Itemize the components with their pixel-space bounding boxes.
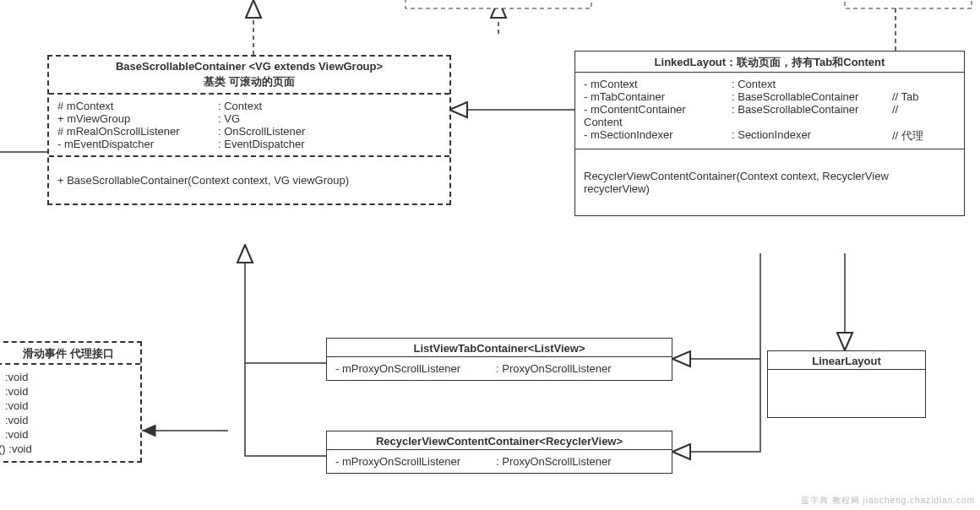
class-title: BaseScrollableContainer <VG extends View… [49,57,449,74]
class-recyclerview-content-container: RecyclerViewContentContainer<RecyclerVie… [326,431,672,474]
methods: RecyclerViewContentContainer(Context con… [575,149,964,215]
class-title: 滑动事件 代理接口 [0,343,140,363]
class-linked-layout: LinkedLayout：联动页面，持有Tab和Content - mConte… [574,51,965,216]
class-title: RecyclerViewContentContainer<RecyclerVie… [327,431,672,449]
class-title: LinearLayout [768,351,925,369]
diagram-canvas: BaseScrollableContainer <VG extends View… [0,0,980,510]
svg-rect-5 [406,0,591,8]
class-linear-layout: LinearLayout [767,350,926,418]
interface-proxy-scroll: 滑动事件 代理接口 :void :void :void :void :void … [0,341,142,463]
fields: # mContext: Context + mViewGroup: VG # m… [49,95,449,155]
svg-rect-6 [845,0,972,8]
fields: - mProxyOnScrollListener: ProxyOnScrollL… [327,450,672,473]
class-subtitle: 基类 可滚动的页面 [49,74,449,93]
fields: - mProxyOnScrollListener: ProxyOnScrollL… [327,357,672,380]
methods: + BaseScrollableContainer(Context contex… [49,157,449,203]
class-title: LinkedLayout：联动页面，持有Tab和Content [575,52,964,72]
class-title: ListViewTabContainer<ListView> [327,339,672,356]
watermark: 蓝字典 教程网 jiaocheng.chazidian.com [801,495,975,507]
class-listview-tab-container: ListViewTabContainer<ListView> - mProxyO… [326,338,672,381]
class-base-scrollable-container: BaseScrollableContainer <VG extends View… [47,55,451,205]
fields: - mContext: Context - mTabContainer: Bas… [575,73,964,149]
